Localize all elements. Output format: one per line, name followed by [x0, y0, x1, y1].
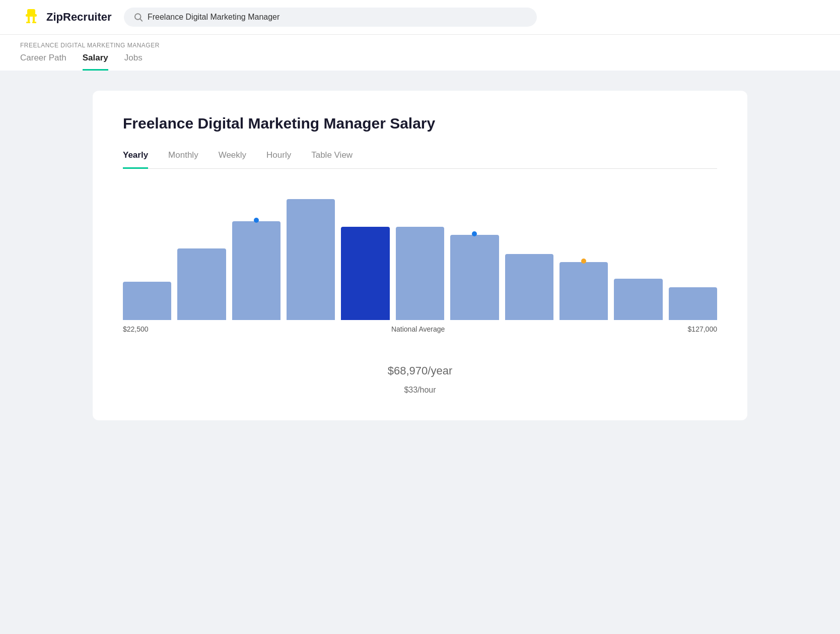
svg-point-6 — [135, 14, 141, 20]
salary-tab-hourly[interactable]: Hourly — [266, 150, 291, 169]
card-title: Freelance Digital Marketing Manager Sala… — [123, 115, 717, 132]
chart-labels: $22,500 National Average $127,000 — [123, 325, 717, 333]
search-input[interactable] — [148, 13, 527, 22]
salary-card: Freelance Digital Marketing Manager Sala… — [93, 91, 747, 420]
bar-wrapper-6 — [450, 235, 499, 320]
logo[interactable]: ZipRecruiter — [20, 6, 112, 28]
chart-bar-5[interactable] — [396, 227, 444, 320]
chart-bars — [123, 189, 717, 320]
chart-bar-3[interactable] — [287, 199, 335, 320]
bar-wrapper-0 — [123, 282, 171, 320]
chart-bar-8[interactable] — [559, 262, 608, 320]
chart-bar-10[interactable] — [669, 287, 717, 320]
svg-rect-2 — [28, 17, 30, 22]
salary-main-value: $68,970/year — [123, 350, 717, 381]
search-bar[interactable] — [124, 8, 537, 27]
chart-bar-7[interactable] — [505, 254, 553, 320]
nav-tabs: Career Path Salary Jobs — [20, 53, 820, 71]
bar-wrapper-9 — [614, 279, 662, 320]
tab-jobs[interactable]: Jobs — [124, 53, 143, 71]
chart-bar-2[interactable] — [232, 221, 281, 320]
bar-wrapper-2 — [232, 221, 281, 320]
tab-salary[interactable]: Salary — [83, 53, 108, 71]
salary-tab-yearly[interactable]: Yearly — [123, 150, 148, 169]
ziprecruiter-logo-icon — [20, 6, 42, 28]
breadcrumb: FREELANCE DIGITAL MARKETING MANAGER — [20, 35, 820, 49]
chart-label-min: $22,500 — [123, 325, 149, 333]
svg-line-7 — [140, 19, 142, 21]
sub-header: FREELANCE DIGITAL MARKETING MANAGER Care… — [0, 35, 840, 71]
salary-display: $68,970/year $33/hour — [123, 350, 717, 396]
salary-tab-weekly[interactable]: Weekly — [219, 150, 246, 169]
bar-wrapper-1 — [177, 248, 226, 320]
chart-bar-1[interactable] — [177, 248, 226, 320]
svg-rect-4 — [26, 22, 30, 23]
bar-wrapper-5 — [396, 227, 444, 320]
tab-career-path[interactable]: Career Path — [20, 53, 66, 71]
salary-chart: $22,500 National Average $127,000 — [123, 189, 717, 340]
bar-wrapper-10 — [669, 287, 717, 320]
search-icon — [134, 13, 143, 22]
bar-wrapper-8 — [559, 262, 608, 320]
header: ZipRecruiter — [0, 0, 840, 35]
bar-wrapper-7 — [505, 254, 553, 320]
chart-bar-9[interactable] — [614, 279, 662, 320]
bar-wrapper-4 — [341, 227, 389, 320]
salary-tab-monthly[interactable]: Monthly — [168, 150, 198, 169]
chart-bar-4[interactable] — [341, 227, 389, 320]
blue-dot-6 — [472, 231, 477, 236]
svg-rect-3 — [33, 17, 35, 22]
salary-tab-table-view[interactable]: Table View — [311, 150, 353, 169]
svg-rect-5 — [32, 22, 36, 23]
salary-hourly-value: $33/hour — [123, 381, 717, 396]
blue-dot-2 — [254, 218, 259, 223]
salary-tabs: Yearly Monthly Weekly Hourly Table View — [123, 150, 717, 169]
chart-label-national-average: National Average — [391, 325, 445, 333]
yellow-dot-8 — [581, 259, 586, 264]
logo-text: ZipRecruiter — [46, 11, 112, 24]
bar-wrapper-3 — [287, 199, 335, 320]
chart-label-max: $127,000 — [688, 325, 717, 333]
chart-bar-6[interactable] — [450, 235, 499, 320]
svg-rect-1 — [26, 14, 37, 17]
chart-bar-0[interactable] — [123, 282, 171, 320]
main-content: Freelance Digital Marketing Manager Sala… — [0, 71, 840, 440]
